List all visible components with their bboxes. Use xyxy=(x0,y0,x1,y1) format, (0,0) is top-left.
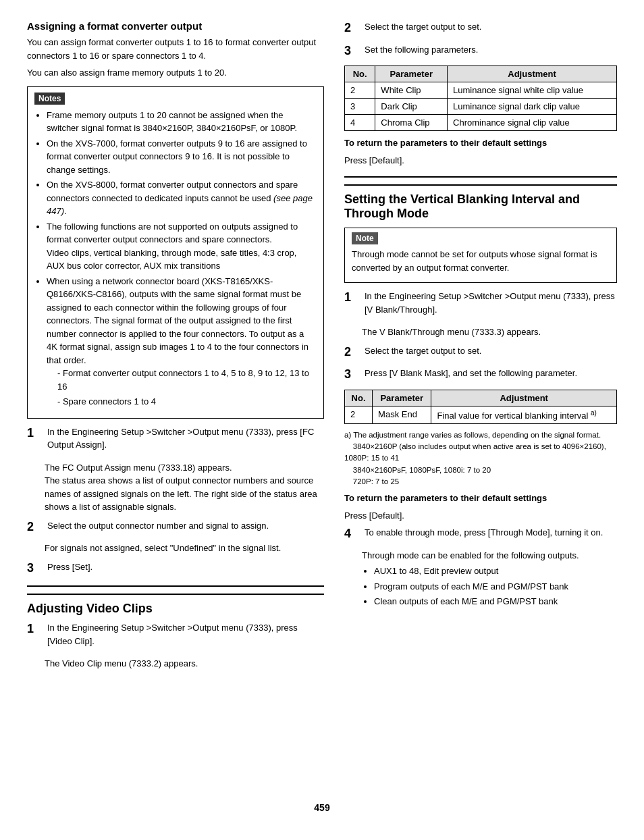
t1-r2-adj: Luminance signal dark clip value xyxy=(448,99,617,115)
s3-step-4: 4 To enable through mode, press [Through… xyxy=(344,526,617,542)
step-1-sub-text: The FC Output Assign menu (7333.18) appe… xyxy=(45,461,324,514)
step-1-section2-text: In the Engineering Setup >Switcher >Outp… xyxy=(47,621,324,648)
through-mode-item-3: Clean outputs of each M/E and PGM/PST ba… xyxy=(374,595,617,608)
step-2-right-number: 2 xyxy=(344,20,362,36)
section1-para1: You can assign format converter outputs … xyxy=(27,36,324,62)
s3-step-2-content: Select the target output to set. xyxy=(365,344,617,361)
step-1-text: In the Engineering Setup >Switcher >Outp… xyxy=(47,425,324,452)
section3-divider xyxy=(344,176,617,178)
step-2-left-sub: For signals not assigned, select "Undefi… xyxy=(27,542,324,555)
table2-header-adj: Adjustment xyxy=(431,390,617,406)
step-2-right: 2 Select the target output to set. xyxy=(344,20,617,36)
notes-label: Notes xyxy=(34,93,65,105)
default-label-1: To return the parameters to their defaul… xyxy=(344,136,617,150)
through-mode-item-2: Program outputs of each M/E and PGM/PST … xyxy=(374,580,617,594)
section2-divider xyxy=(27,585,324,587)
note-box: Note Through mode cannot be set for outp… xyxy=(344,228,617,283)
step-1-section2-number: 1 xyxy=(27,621,45,637)
section1-title: Assigning a format converter output xyxy=(27,20,324,32)
note-item-1: Frame memory outputs 1 to 20 cannot be a… xyxy=(47,109,317,135)
t1-r3-adj: Chrominance signal clip value xyxy=(448,115,617,131)
section2-title: Adjusting Video Clips xyxy=(27,594,324,616)
table-row: 2 Mask End Final value for vertical blan… xyxy=(345,406,617,423)
t2-r1-param: Mask End xyxy=(373,406,431,423)
s3-step-1-sub-text: The V Blank/Through menu (7333.3) appear… xyxy=(362,325,617,339)
t1-r1-no: 2 xyxy=(345,82,375,99)
note-text: Through mode cannot be set for outputs w… xyxy=(352,248,610,274)
section3-title: Setting the Vertical Blanking Interval a… xyxy=(344,184,617,221)
t1-r3-no: 4 xyxy=(345,115,375,131)
s3-step-3: 3 Press [V Blank Mask], and set the foll… xyxy=(344,367,617,383)
s3-step-1: 1 In the Engineering Setup >Switcher >Ou… xyxy=(344,290,617,319)
step-1-section2-sub: The Video Clip menu (7333.2) appears. xyxy=(27,657,324,671)
s3-step-1-content: In the Engineering Setup >Switcher >Outp… xyxy=(365,290,617,319)
s3-step-2: 2 Select the target output to set. xyxy=(344,344,617,361)
t2-r1-adj: Final value for vertical blanking interv… xyxy=(431,406,617,423)
table2: No. Parameter Adjustment 2 Mask End Fina… xyxy=(344,390,617,424)
s3-step-4-content: To enable through mode, press [Through M… xyxy=(365,526,617,542)
page: Assigning a format converter output You … xyxy=(0,0,644,840)
left-column: Assigning a format converter output You … xyxy=(27,20,324,789)
step-3-right-number: 3 xyxy=(344,43,362,59)
step-3-right-text: Set the following parameters. xyxy=(365,43,617,57)
t1-r2-no: 3 xyxy=(345,99,375,115)
note-label: Note xyxy=(352,232,378,244)
table1-header-adj: Adjustment xyxy=(448,66,617,82)
s3-step-4-text: To enable through mode, press [Through M… xyxy=(365,526,617,540)
dash-item-1: Format converter output connectors 1 to … xyxy=(57,367,317,393)
step-1-section2: 1 In the Engineering Setup >Switcher >Ou… xyxy=(27,621,324,650)
table1-header-param: Parameter xyxy=(375,66,448,82)
step-1-section2-content: In the Engineering Setup >Switcher >Outp… xyxy=(47,621,324,650)
default-label-2: To return the parameters to their defaul… xyxy=(344,492,617,505)
t1-r3-param: Chroma Clip xyxy=(375,115,448,131)
step-3-left-number: 3 xyxy=(27,560,45,576)
table1: No. Parameter Adjustment 2 White Clip Lu… xyxy=(344,65,617,131)
step-1-sub: The FC Output Assign menu (7333.18) appe… xyxy=(27,461,324,514)
t1-r1-adj: Luminance signal white clip value xyxy=(448,82,617,99)
step-2-left-text: Select the output connector number and s… xyxy=(47,519,324,533)
notes-box: Notes Frame memory outputs 1 to 20 canno… xyxy=(27,86,324,419)
step-2-left-content: Select the output connector number and s… xyxy=(47,519,324,535)
footnote: a) The adjustment range varies as follow… xyxy=(344,429,617,488)
through-mode-item-1: AUX1 to 48, Edit preview output xyxy=(374,565,617,578)
page-number: 459 xyxy=(27,802,617,813)
table-row: 2 White Clip Luminance signal white clip… xyxy=(345,82,617,99)
s3-step-2-text: Select the target output to set. xyxy=(365,344,617,358)
step-2-left-sub-text: For signals not assigned, select "Undefi… xyxy=(45,542,324,555)
table1-header-row: No. Parameter Adjustment xyxy=(345,66,617,82)
s3-step-2-number: 2 xyxy=(344,344,362,360)
table2-header-no: No. xyxy=(345,390,373,406)
through-mode-list: AUX1 to 48, Edit preview output Program … xyxy=(362,565,617,608)
s3-step-4-number: 4 xyxy=(344,526,362,542)
step-1-number: 1 xyxy=(27,425,45,441)
s3-step-1-number: 1 xyxy=(344,290,362,305)
dash-item-2: Spare connectors 1 to 4 xyxy=(57,395,317,409)
step-2-right-content: Select the target output to set. xyxy=(365,20,617,36)
table2-header-param: Parameter xyxy=(373,390,431,406)
default-text-2: Press [Default]. xyxy=(344,509,617,523)
table2-header-row: No. Parameter Adjustment xyxy=(345,390,617,406)
s3-step-4-sub-text: Through mode can be enabled for the foll… xyxy=(362,549,617,562)
default-text-1: Press [Default]. xyxy=(344,154,617,167)
note-item-2: On the XVS-7000, format converter output… xyxy=(47,137,317,177)
s3-step-1-text: In the Engineering Setup >Switcher >Outp… xyxy=(365,290,617,316)
t1-r2-param: Dark Clip xyxy=(375,99,448,115)
s3-step-1-sub: The V Blank/Through menu (7333.3) appear… xyxy=(344,325,617,339)
note-item-4: The following functions are not supporte… xyxy=(47,220,317,273)
t2-r1-no: 2 xyxy=(345,406,373,423)
s3-step-3-number: 3 xyxy=(344,367,362,382)
step-2-right-text: Select the target output to set. xyxy=(365,20,617,34)
step-3-left-text: Press [Set]. xyxy=(47,560,324,574)
default-label-2-text: To return the parameters to their defaul… xyxy=(344,493,547,503)
right-column: 2 Select the target output to set. 3 Set… xyxy=(344,20,617,789)
step-1-content: In the Engineering Setup >Switcher >Outp… xyxy=(47,425,324,454)
table-row: 3 Dark Clip Luminance signal dark clip v… xyxy=(345,99,617,115)
notes-list: Frame memory outputs 1 to 20 cannot be a… xyxy=(34,109,317,409)
step-1: 1 In the Engineering Setup >Switcher >Ou… xyxy=(27,425,324,454)
default-label-1-text: To return the parameters to their defaul… xyxy=(344,138,547,148)
step-3-right: 3 Set the following parameters. xyxy=(344,43,617,59)
table1-header-no: No. xyxy=(345,66,375,82)
s3-step-3-text: Press [V Blank Mask], and set the follow… xyxy=(365,367,617,380)
dash-list: Format converter output connectors 1 to … xyxy=(47,367,317,409)
step-3-right-content: Set the following parameters. xyxy=(365,43,617,59)
